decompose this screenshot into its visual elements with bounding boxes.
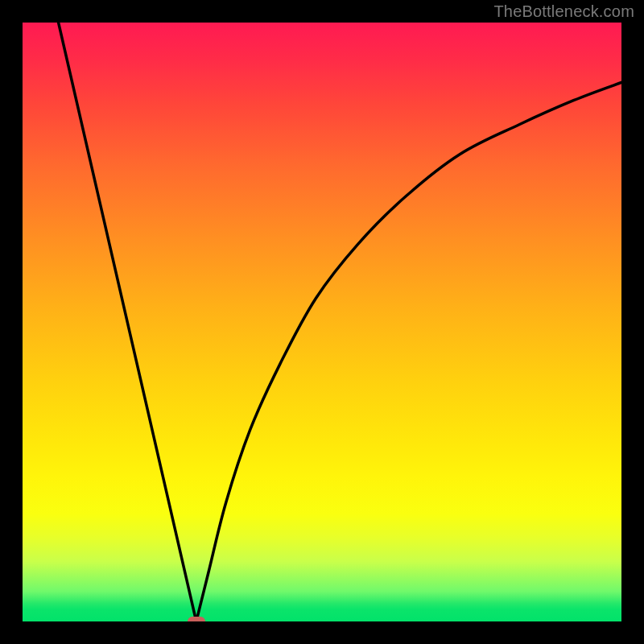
plot-area xyxy=(23,23,621,621)
curve-layer xyxy=(23,23,621,621)
left-curve xyxy=(59,23,196,621)
watermark-text: TheBottleneck.com xyxy=(493,2,634,21)
min-marker xyxy=(188,617,205,621)
right-curve xyxy=(196,82,621,621)
outer-frame: TheBottleneck.com xyxy=(0,0,644,644)
